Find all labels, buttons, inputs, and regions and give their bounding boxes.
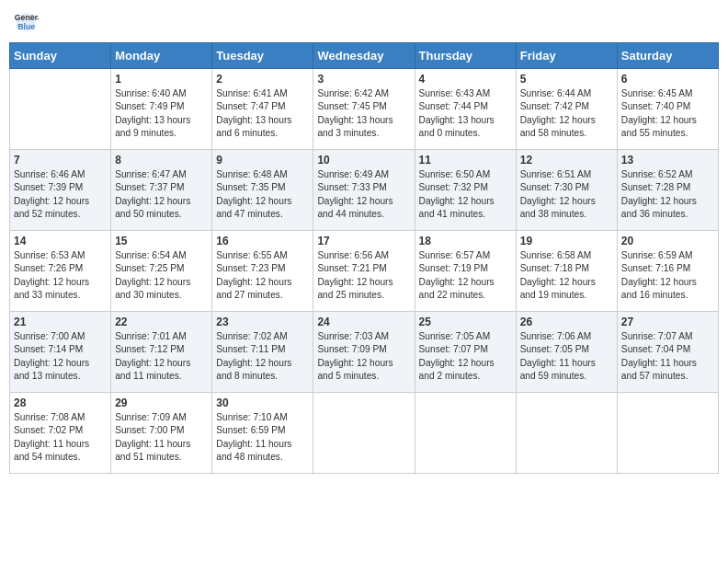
day-info: Sunrise: 6:44 AMSunset: 7:42 PMDaylight:… [520, 87, 613, 140]
calendar-cell: 23Sunrise: 7:02 AMSunset: 7:11 PMDayligh… [212, 312, 313, 393]
calendar-cell: 29Sunrise: 7:09 AMSunset: 7:00 PMDayligh… [111, 393, 212, 474]
day-info: Sunrise: 6:59 AMSunset: 7:16 PMDaylight:… [621, 249, 714, 302]
day-info: Sunrise: 7:00 AMSunset: 7:14 PMDaylight:… [14, 330, 107, 383]
calendar-week-5: 28Sunrise: 7:08 AMSunset: 7:02 PMDayligh… [10, 393, 719, 474]
day-info: Sunrise: 7:09 AMSunset: 7:00 PMDaylight:… [115, 411, 208, 464]
logo: General Blue [13, 9, 42, 35]
calendar-week-3: 14Sunrise: 6:53 AMSunset: 7:26 PMDayligh… [10, 231, 719, 312]
calendar-cell: 1Sunrise: 6:40 AMSunset: 7:49 PMDaylight… [111, 69, 212, 150]
day-info: Sunrise: 6:55 AMSunset: 7:23 PMDaylight:… [216, 249, 309, 302]
logo-icon: General Blue [13, 9, 39, 35]
day-number: 11 [419, 154, 512, 167]
calendar-header-row: SundayMondayTuesdayWednesdayThursdayFrid… [10, 43, 719, 69]
calendar-cell: 3Sunrise: 6:42 AMSunset: 7:45 PMDaylight… [313, 69, 415, 150]
day-info: Sunrise: 6:45 AMSunset: 7:40 PMDaylight:… [621, 87, 714, 140]
calendar-cell: 11Sunrise: 6:50 AMSunset: 7:32 PMDayligh… [415, 150, 516, 231]
day-info: Sunrise: 6:58 AMSunset: 7:18 PMDaylight:… [520, 249, 613, 302]
calendar-cell: 14Sunrise: 6:53 AMSunset: 7:26 PMDayligh… [10, 231, 111, 312]
calendar-cell: 2Sunrise: 6:41 AMSunset: 7:47 PMDaylight… [212, 69, 313, 150]
calendar-cell: 26Sunrise: 7:06 AMSunset: 7:05 PMDayligh… [516, 312, 617, 393]
day-number: 13 [621, 154, 714, 167]
calendar-cell [516, 393, 617, 474]
day-number: 15 [115, 235, 208, 247]
day-info: Sunrise: 6:50 AMSunset: 7:32 PMDaylight:… [419, 168, 512, 221]
calendar-cell: 18Sunrise: 6:57 AMSunset: 7:19 PMDayligh… [415, 231, 516, 312]
day-number: 12 [520, 154, 613, 167]
day-info: Sunrise: 6:57 AMSunset: 7:19 PMDaylight:… [419, 249, 512, 302]
calendar-cell: 22Sunrise: 7:01 AMSunset: 7:12 PMDayligh… [111, 312, 212, 393]
day-info: Sunrise: 6:52 AMSunset: 7:28 PMDaylight:… [621, 168, 714, 221]
calendar-cell: 5Sunrise: 6:44 AMSunset: 7:42 PMDaylight… [516, 69, 617, 150]
calendar-cell [617, 393, 718, 474]
calendar-week-1: 1Sunrise: 6:40 AMSunset: 7:49 PMDaylight… [10, 69, 719, 150]
calendar-cell: 8Sunrise: 6:47 AMSunset: 7:37 PMDaylight… [111, 150, 212, 231]
day-number: 27 [621, 316, 714, 328]
calendar-cell: 20Sunrise: 6:59 AMSunset: 7:16 PMDayligh… [617, 231, 718, 312]
day-info: Sunrise: 6:41 AMSunset: 7:47 PMDaylight:… [216, 87, 309, 140]
day-number: 26 [520, 316, 613, 328]
day-number: 4 [419, 73, 512, 86]
calendar-cell: 21Sunrise: 7:00 AMSunset: 7:14 PMDayligh… [10, 312, 111, 393]
calendar-cell: 16Sunrise: 6:55 AMSunset: 7:23 PMDayligh… [212, 231, 313, 312]
day-info: Sunrise: 6:54 AMSunset: 7:25 PMDaylight:… [115, 249, 208, 302]
day-number: 1 [115, 73, 208, 86]
day-number: 10 [317, 154, 410, 167]
day-info: Sunrise: 6:49 AMSunset: 7:33 PMDaylight:… [317, 168, 410, 221]
calendar-cell: 15Sunrise: 6:54 AMSunset: 7:25 PMDayligh… [111, 231, 212, 312]
calendar-cell [313, 393, 415, 474]
day-number: 25 [419, 316, 512, 328]
day-number: 9 [216, 154, 309, 167]
day-number: 5 [520, 73, 613, 86]
calendar-cell [415, 393, 516, 474]
header-wednesday: Wednesday [313, 43, 415, 69]
day-number: 29 [115, 396, 208, 409]
day-number: 8 [115, 154, 208, 167]
day-number: 3 [317, 73, 410, 86]
day-number: 20 [621, 235, 714, 247]
calendar-cell: 7Sunrise: 6:46 AMSunset: 7:39 PMDaylight… [10, 150, 111, 231]
day-info: Sunrise: 6:48 AMSunset: 7:35 PMDaylight:… [216, 168, 309, 221]
calendar-cell: 10Sunrise: 6:49 AMSunset: 7:33 PMDayligh… [313, 150, 415, 231]
day-number: 2 [216, 73, 309, 86]
day-info: Sunrise: 6:56 AMSunset: 7:21 PMDaylight:… [317, 249, 410, 302]
day-number: 22 [115, 316, 208, 328]
day-info: Sunrise: 7:08 AMSunset: 7:02 PMDaylight:… [14, 411, 107, 464]
day-number: 23 [216, 316, 309, 328]
day-info: Sunrise: 6:43 AMSunset: 7:44 PMDaylight:… [419, 87, 512, 140]
day-number: 7 [14, 154, 107, 167]
calendar-cell: 9Sunrise: 6:48 AMSunset: 7:35 PMDaylight… [212, 150, 313, 231]
day-info: Sunrise: 6:51 AMSunset: 7:30 PMDaylight:… [520, 168, 613, 221]
day-number: 19 [520, 235, 613, 247]
day-info: Sunrise: 7:03 AMSunset: 7:09 PMDaylight:… [317, 330, 410, 383]
calendar-week-4: 21Sunrise: 7:00 AMSunset: 7:14 PMDayligh… [10, 312, 719, 393]
calendar-cell: 24Sunrise: 7:03 AMSunset: 7:09 PMDayligh… [313, 312, 415, 393]
day-info: Sunrise: 6:40 AMSunset: 7:49 PMDaylight:… [115, 87, 208, 140]
calendar-cell: 12Sunrise: 6:51 AMSunset: 7:30 PMDayligh… [516, 150, 617, 231]
header-friday: Friday [516, 43, 617, 69]
calendar-cell [10, 69, 111, 150]
calendar-cell: 27Sunrise: 7:07 AMSunset: 7:04 PMDayligh… [617, 312, 718, 393]
day-info: Sunrise: 7:07 AMSunset: 7:04 PMDaylight:… [621, 330, 714, 383]
calendar-cell: 30Sunrise: 7:10 AMSunset: 6:59 PMDayligh… [212, 393, 313, 474]
day-info: Sunrise: 7:06 AMSunset: 7:05 PMDaylight:… [520, 330, 613, 383]
calendar-cell: 28Sunrise: 7:08 AMSunset: 7:02 PMDayligh… [10, 393, 111, 474]
day-info: Sunrise: 7:01 AMSunset: 7:12 PMDaylight:… [115, 330, 208, 383]
header-sunday: Sunday [10, 43, 111, 69]
calendar-cell: 13Sunrise: 6:52 AMSunset: 7:28 PMDayligh… [617, 150, 718, 231]
day-info: Sunrise: 7:02 AMSunset: 7:11 PMDaylight:… [216, 330, 309, 383]
day-number: 30 [216, 396, 309, 409]
calendar-week-2: 7Sunrise: 6:46 AMSunset: 7:39 PMDaylight… [10, 150, 719, 231]
svg-text:Blue: Blue [17, 22, 35, 31]
day-info: Sunrise: 6:46 AMSunset: 7:39 PMDaylight:… [14, 168, 107, 221]
day-info: Sunrise: 6:53 AMSunset: 7:26 PMDaylight:… [14, 249, 107, 302]
header-saturday: Saturday [617, 43, 718, 69]
header-monday: Monday [111, 43, 212, 69]
header-thursday: Thursday [415, 43, 516, 69]
calendar-table: SundayMondayTuesdayWednesdayThursdayFrid… [9, 42, 719, 474]
day-number: 21 [14, 316, 107, 328]
day-info: Sunrise: 7:10 AMSunset: 6:59 PMDaylight:… [216, 411, 309, 464]
svg-text:General: General [15, 13, 39, 22]
day-number: 24 [317, 316, 410, 328]
day-number: 18 [419, 235, 512, 247]
day-info: Sunrise: 6:47 AMSunset: 7:37 PMDaylight:… [115, 168, 208, 221]
